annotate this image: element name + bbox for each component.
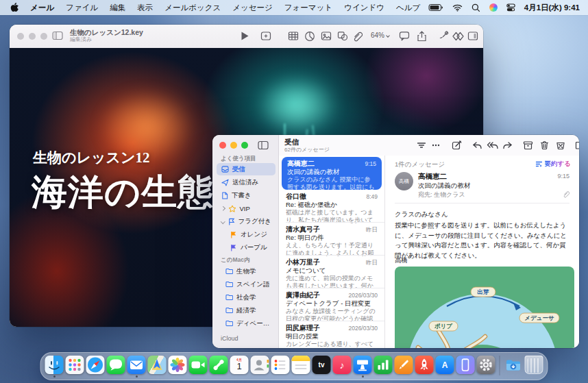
message-row[interactable]: 清水真弓子昨日 Re: 明日の件 ええ、もちろんです！予定通りに進めましょう。よ… [279,223,384,256]
siri-icon[interactable] [489,3,498,12]
sidebar-folder-spanish[interactable]: スペイン語 [217,278,275,291]
more-button[interactable] [428,138,443,152]
dock-music[interactable]: ♪ [333,356,352,374]
dock-phone[interactable] [210,356,228,374]
dock-contacts[interactable] [251,356,269,374]
sidebar-item-inbox[interactable]: 受信 [217,163,275,175]
battery-icon [428,3,443,12]
minimize-button[interactable] [230,142,237,149]
animate-button[interactable] [452,31,464,42]
dock-iphone-mirroring[interactable] [456,356,475,374]
sidebar-item-flag-orange[interactable]: オレンジ [217,228,275,240]
dock-reminders[interactable] [271,356,290,374]
sidebar-folder-sociology[interactable]: 社会学 [217,291,275,304]
menu-help[interactable]: ヘルプ [396,3,420,13]
reply-button[interactable] [469,138,485,152]
menu-message[interactable]: メッセージ [232,3,273,13]
dock-downloads[interactable] [504,356,523,374]
archive-button[interactable] [520,138,535,152]
message-row[interactable]: 廣澤由紀子2026/03/30 ディベートクラブ - 日程変更 みなさん 放課後… [279,288,384,321]
flag-icon [228,218,235,225]
sidebar-item-drafts[interactable]: 下書き [217,189,275,201]
message-row[interactable]: 谷口徹8:49 Re: 裾礁か堡礁か 裾礁は岸と接しています。つまり、私たちが海… [279,190,384,223]
dock-mail[interactable] [127,356,146,374]
dock-photos[interactable] [169,356,187,374]
sidebar-folder-economics[interactable]: 経済学 [217,304,275,317]
format-button[interactable] [438,31,449,42]
menu-format[interactable]: フォーマット [284,3,332,13]
table-button[interactable] [288,31,299,41]
dock-trash[interactable] [525,356,543,374]
dock-maps[interactable] [148,356,167,374]
trash-button[interactable] [537,138,552,152]
dock-facetime[interactable] [189,356,208,374]
minimize-button[interactable] [29,33,36,40]
sidebar-folder-debate[interactable]: ディベー… [217,317,275,330]
shapes-button[interactable] [337,31,348,41]
reply-all-button[interactable] [485,138,500,152]
wifi-icon [452,4,463,12]
sidebar-item-sent[interactable]: 送信済み [217,176,275,188]
comment-button[interactable] [399,31,410,41]
filter-button[interactable] [414,138,429,152]
dock-launchpad[interactable] [66,356,84,374]
dock-system-settings[interactable] [477,356,495,374]
sidebar-item-flag-purple[interactable]: パープル [217,241,275,254]
summarize-button[interactable]: 要約する [535,160,571,169]
dock-numbers[interactable] [374,356,393,374]
zoom-button[interactable] [40,33,47,40]
document-panel-button[interactable] [467,31,478,41]
attachment-image[interactable]: 出芽 ポリプ メデューサ [395,267,574,348]
battery-status[interactable] [428,3,443,12]
keynote-titlebar[interactable]: 生物のレッスン12.key 編集済み 64% [10,25,483,48]
message-row[interactable]: 小林万里子昨日 メモについて 先に進めて、前回の授業のメモも共有したいと思います… [279,256,384,288]
mail-toolbar[interactable]: 受信 62件のメッセージ [279,135,579,156]
control-center[interactable] [506,3,515,12]
message-time: 2026/03/30 [348,324,378,332]
share-button[interactable] [417,31,427,42]
menu-view[interactable]: 表示 [137,3,153,13]
dock-safari[interactable] [86,356,105,374]
mail-sidebar-toggle-button[interactable] [258,140,269,150]
media-button[interactable] [321,31,332,41]
finder-icon [45,356,64,374]
play-button[interactable] [240,31,249,41]
menu-clock[interactable]: 4月1日(水) 9:41 [524,3,580,13]
close-button[interactable] [17,33,24,40]
dock-notes[interactable] [292,356,310,374]
dock-calendar[interactable]: 4月 1 [230,356,249,374]
menu-edit[interactable]: 編集 [110,3,125,13]
junk-button[interactable] [553,138,568,152]
sidebar-item-flagged[interactable]: フラグ付き [217,215,275,227]
menu-file[interactable]: ファイル [66,3,98,13]
close-button[interactable] [219,142,226,149]
message-time: 昨日 [366,258,378,267]
dock-app-store[interactable]: A [436,356,454,374]
dock-pages[interactable] [395,356,413,374]
chart-button[interactable] [304,31,315,42]
message-row-selected[interactable]: 高橋恵二9:15 次回の講義の教材 クラスのみなさん 授業中に参照する図を送りま… [282,157,382,190]
menu-window[interactable]: ウインドウ [344,3,384,13]
attach-button[interactable] [352,31,363,42]
dock-tv[interactable]: tv [313,356,331,374]
wifi-status[interactable] [452,4,463,12]
dock-messages[interactable] [107,356,125,374]
message-row[interactable]: 田尻麻理子2026/03/30 明日の授業 カレンダーにある通り、すべてのプロジ… [279,321,384,348]
sidebar-folder-biology[interactable]: 生物学 [217,265,275,277]
dock-keynote[interactable] [354,356,372,374]
dock-games[interactable] [415,356,434,374]
dock-finder[interactable] [45,356,64,374]
forward-button[interactable] [500,138,515,152]
menu-mailbox[interactable]: メールボックス [164,3,221,13]
compose-button[interactable] [449,138,464,152]
inbox-icon [221,166,229,173]
sidebar-item-vip[interactable]: VIP [217,202,275,214]
spotlight-search[interactable] [471,3,480,12]
keynote-sidebar-toggle-button[interactable] [52,31,63,40]
apple-menu[interactable] [10,3,19,12]
zoom-button[interactable] [241,142,248,149]
menu-app[interactable]: メール [30,3,54,13]
move-to-folder-button[interactable] [572,138,579,152]
add-slide-button[interactable] [260,31,271,41]
zoom-control[interactable]: 64% [371,32,389,39]
